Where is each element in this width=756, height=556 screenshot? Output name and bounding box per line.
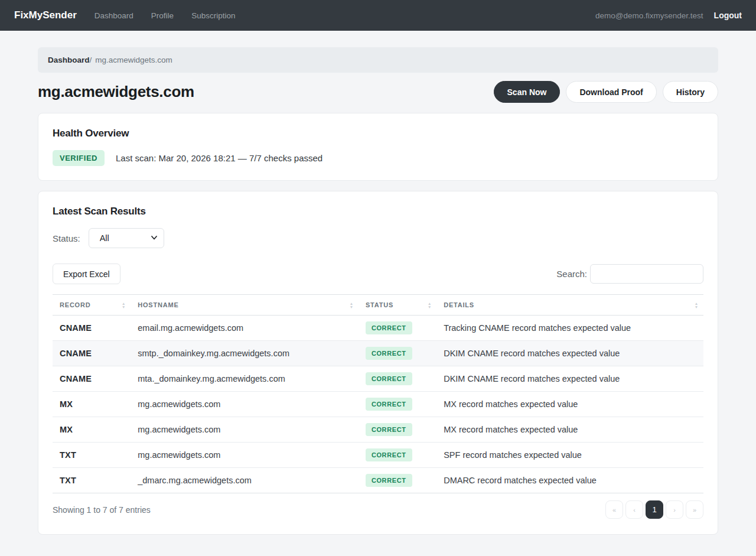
status-badge: CORRECT xyxy=(366,372,412,385)
pagination-prev-button[interactable]: ‹ xyxy=(625,500,643,519)
column-label: Hostname xyxy=(138,301,178,308)
column-label: Details xyxy=(444,301,474,308)
nav-item-profile[interactable]: Profile xyxy=(151,11,174,20)
history-button[interactable]: History xyxy=(663,81,718,103)
record-type-cell: MX xyxy=(53,392,131,417)
nav-right: demo@demo.fixmysender.test Logout xyxy=(595,11,742,20)
column-header-details[interactable]: Details ▲▼ xyxy=(436,295,703,316)
hostname-cell: mg.acmewidgets.com xyxy=(131,417,359,443)
status-badge: CORRECT xyxy=(366,398,412,411)
table-row: MX mg.acmewidgets.com CORRECT MX record … xyxy=(53,417,703,443)
details-cell: MX record matches expected value xyxy=(436,417,703,443)
details-cell: MX record matches expected value xyxy=(436,392,703,417)
brand-logo[interactable]: FixMySender xyxy=(14,9,77,21)
health-overview-card: Health Overview VERIFIED Last scan: Mar … xyxy=(38,113,718,181)
search-label: Search: xyxy=(556,269,587,279)
status-badge: CORRECT xyxy=(366,321,412,334)
column-label: Status xyxy=(366,301,393,308)
status-filter-row: Status: All xyxy=(53,228,703,248)
status-filter: All xyxy=(89,228,164,248)
breadcrumb-dashboard-link[interactable]: Dashboard xyxy=(48,56,90,64)
status-cell: CORRECT xyxy=(359,392,436,417)
hostname-cell: mta._domainkey.mg.acmewidgets.com xyxy=(131,366,359,392)
status-cell: CORRECT xyxy=(359,417,436,443)
table-row: CNAME mta._domainkey.mg.acmewidgets.com … xyxy=(53,366,703,392)
scan-now-button[interactable]: Scan Now xyxy=(494,81,561,103)
table-footer: Showing 1 to 7 of 7 entries « ‹ 1 › » xyxy=(53,500,703,520)
record-type-cell: CNAME xyxy=(53,341,131,366)
record-type-cell: MX xyxy=(53,417,131,443)
scan-results-table: Record ▲▼ Hostname ▲▼ Status ▲▼ Details … xyxy=(53,294,703,493)
nav-item-dashboard[interactable]: Dashboard xyxy=(94,11,133,20)
column-header-hostname[interactable]: Hostname ▲▼ xyxy=(131,295,359,316)
top-navbar: FixMySender Dashboard Profile Subscripti… xyxy=(0,0,756,31)
details-cell: SPF record matches expected value xyxy=(436,443,703,468)
sort-icon: ▲▼ xyxy=(695,302,699,308)
column-header-status[interactable]: Status ▲▼ xyxy=(359,295,436,316)
scan-results-body: CNAME email.mg.acmewidgets.com CORRECT T… xyxy=(53,316,703,493)
record-type-cell: TXT xyxy=(53,468,131,493)
column-label: Record xyxy=(60,301,90,308)
pagination-first-button[interactable]: « xyxy=(605,500,623,519)
search-control: Search: xyxy=(556,264,703,284)
record-type-cell: CNAME xyxy=(53,366,131,392)
status-badge: CORRECT xyxy=(366,474,412,487)
status-cell: CORRECT xyxy=(359,341,436,366)
record-type-cell: TXT xyxy=(53,443,131,468)
logout-link[interactable]: Logout xyxy=(714,11,742,20)
download-proof-button[interactable]: Download Proof xyxy=(566,81,656,103)
table-row: TXT mg.acmewidgets.com CORRECT SPF recor… xyxy=(53,443,703,468)
hostname-cell: _dmarc.mg.acmewidgets.com xyxy=(131,468,359,493)
table-row: CNAME email.mg.acmewidgets.com CORRECT T… xyxy=(53,316,703,341)
last-scan-summary: Last scan: Mar 20, 2026 18:21 — 7/7 chec… xyxy=(116,153,322,163)
user-email: demo@demo.fixmysender.test xyxy=(595,11,703,20)
table-row: MX mg.acmewidgets.com CORRECT MX record … xyxy=(53,392,703,417)
main-container: Dashboard / mg.acmewidgets.com mg.acmewi… xyxy=(38,47,718,535)
status-filter-label: Status: xyxy=(53,233,80,243)
hostname-cell: smtp._domainkey.mg.acmewidgets.com xyxy=(131,341,359,366)
search-input[interactable] xyxy=(590,264,703,284)
scan-results-card: Latest Scan Results Status: All Export E… xyxy=(38,191,718,535)
table-toolbar: Export Excel Search: xyxy=(53,264,703,284)
status-cell: CORRECT xyxy=(359,468,436,493)
sort-icon: ▲▼ xyxy=(428,302,432,308)
details-cell: DMARC record matches expected value xyxy=(436,468,703,493)
status-cell: CORRECT xyxy=(359,366,436,392)
details-cell: DKIM CNAME record matches expected value xyxy=(436,341,703,366)
scan-results-title: Latest Scan Results xyxy=(53,206,703,217)
column-header-record[interactable]: Record ▲▼ xyxy=(53,295,131,316)
table-row: TXT _dmarc.mg.acmewidgets.com CORRECT DM… xyxy=(53,468,703,493)
status-badge: CORRECT xyxy=(366,423,412,436)
table-row: CNAME smtp._domainkey.mg.acmewidgets.com… xyxy=(53,341,703,366)
pagination-page-1-button[interactable]: 1 xyxy=(646,500,663,519)
page-title: mg.acmewidgets.com xyxy=(38,83,194,101)
details-cell: DKIM CNAME record matches expected value xyxy=(436,366,703,392)
record-type-cell: CNAME xyxy=(53,316,131,341)
header-actions: Scan Now Download Proof History xyxy=(494,81,718,103)
status-badge: CORRECT xyxy=(366,448,412,461)
verified-badge: VERIFIED xyxy=(53,150,105,166)
sort-icon: ▲▼ xyxy=(122,302,126,308)
export-excel-button[interactable]: Export Excel xyxy=(53,264,120,284)
breadcrumb-current: mg.acmewidgets.com xyxy=(95,56,172,64)
nav-links: Dashboard Profile Subscription xyxy=(94,11,595,20)
details-cell: Tracking CNAME record matches expected v… xyxy=(436,316,703,341)
pagination-last-button[interactable]: » xyxy=(686,500,703,519)
table-header-row: Record ▲▼ Hostname ▲▼ Status ▲▼ Details … xyxy=(53,295,703,316)
health-status-row: VERIFIED Last scan: Mar 20, 2026 18:21 —… xyxy=(53,150,703,166)
hostname-cell: mg.acmewidgets.com xyxy=(131,443,359,468)
status-cell: CORRECT xyxy=(359,316,436,341)
status-cell: CORRECT xyxy=(359,443,436,468)
hostname-cell: email.mg.acmewidgets.com xyxy=(131,316,359,341)
health-overview-title: Health Overview xyxy=(53,128,703,139)
breadcrumb-separator: / xyxy=(90,56,92,64)
pagination: « ‹ 1 › » xyxy=(605,500,703,519)
breadcrumb: Dashboard / mg.acmewidgets.com xyxy=(38,47,718,73)
status-select[interactable]: All xyxy=(89,228,164,248)
entries-summary: Showing 1 to 7 of 7 entries xyxy=(53,505,151,515)
nav-item-subscription[interactable]: Subscription xyxy=(191,11,235,20)
pagination-next-button[interactable]: › xyxy=(666,500,683,519)
sort-icon: ▲▼ xyxy=(350,302,354,308)
page-header: mg.acmewidgets.com Scan Now Download Pro… xyxy=(38,81,718,103)
status-badge: CORRECT xyxy=(366,347,412,360)
